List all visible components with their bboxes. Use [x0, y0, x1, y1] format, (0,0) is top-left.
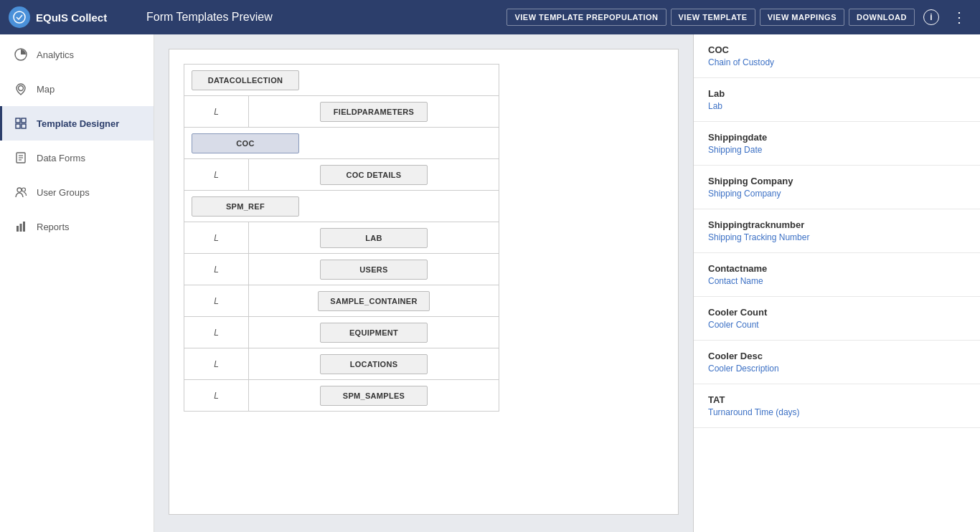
table-row: L LAB	[184, 222, 528, 254]
page-title: Form Templates Preview	[132, 11, 498, 24]
svg-rect-14	[20, 224, 22, 232]
view-mappings-button[interactable]: VIEW MAPPINGS	[760, 9, 844, 26]
right-panel-item[interactable]: Shipping CompanyShipping Company	[694, 166, 980, 209]
svg-rect-5	[16, 124, 20, 128]
main-layout: Analytics Map Template Designer	[0, 34, 980, 532]
right-item-value: Contact Name	[708, 276, 966, 286]
right-item-key: Contactname	[708, 263, 966, 274]
sidebar: Analytics Map Template Designer	[0, 34, 154, 532]
right-item-key: Cooler Desc	[708, 351, 966, 361]
content-area: DATACOLLECTION L FIELDPARAMETERS	[154, 34, 980, 532]
node-coc-details[interactable]: COC DETAILS	[320, 165, 428, 185]
right-item-key: Shippingdate	[708, 132, 966, 143]
table-row: L USERS	[184, 254, 528, 285]
right-panel-item[interactable]: Cooler CountCooler Count	[694, 297, 980, 341]
right-panel-item[interactable]: COCChain of Custody	[694, 34, 980, 78]
table-row: DATACOLLECTION	[184, 65, 528, 96]
right-item-key: Shippingtracknumber	[708, 219, 966, 230]
app-logo: EQuIS Collect	[9, 6, 123, 28]
right-item-key: Lab	[708, 88, 966, 99]
right-item-key: Cooler Count	[708, 307, 966, 318]
view-prepopulation-button[interactable]: VIEW TEMPLATE PREPOPULATION	[507, 9, 666, 26]
svg-point-2	[19, 86, 24, 91]
right-item-value: Cooler Count	[708, 320, 966, 330]
app-name: EQuIS Collect	[36, 11, 107, 24]
right-item-value: Shipping Tracking Number	[708, 232, 966, 242]
sidebar-item-template-designer[interactable]: Template Designer	[0, 106, 154, 141]
svg-rect-6	[22, 124, 26, 128]
table-row: L SPM_SAMPLES	[184, 380, 528, 412]
right-item-key: TAT	[708, 394, 966, 405]
table-row: L LOCATIONS	[184, 348, 528, 380]
download-button[interactable]: DOWNLOAD	[849, 9, 915, 26]
info-button[interactable]: i	[919, 6, 943, 28]
node-lab[interactable]: LAB	[320, 228, 428, 248]
canvas-inner: DATACOLLECTION L FIELDPARAMETERS	[169, 49, 679, 515]
template-tree-table: DATACOLLECTION L FIELDPARAMETERS	[184, 64, 528, 412]
node-equipment[interactable]: EQUIPMENT	[320, 323, 428, 343]
table-row: L COC DETAILS	[184, 159, 528, 191]
user-groups-icon	[14, 185, 28, 199]
right-item-key: COC	[708, 44, 966, 55]
node-fieldparameters[interactable]: FIELDPARAMETERS	[320, 102, 428, 122]
sidebar-item-reports[interactable]: Reports	[0, 209, 154, 244]
node-coc[interactable]: COC	[192, 133, 299, 153]
svg-rect-15	[23, 222, 25, 232]
node-sample-container[interactable]: SAMPLE_CONTAINER	[318, 291, 429, 311]
table-row: L FIELDPARAMETERS	[184, 96, 528, 128]
info-icon: i	[923, 9, 939, 25]
right-panel-item[interactable]: LabLab	[694, 78, 980, 122]
top-header: EQuIS Collect Form Templates Preview VIE…	[0, 0, 980, 34]
more-icon: ⋮	[952, 9, 967, 26]
node-datacollection[interactable]: DATACOLLECTION	[192, 70, 299, 90]
right-panel: COCChain of CustodyLabLabShippingdateShi…	[693, 34, 980, 532]
template-designer-icon	[14, 116, 28, 130]
svg-rect-4	[22, 118, 26, 123]
data-forms-icon	[14, 151, 28, 165]
right-item-value: Turnaround Time (days)	[708, 407, 966, 417]
sidebar-item-data-forms[interactable]: Data Forms	[0, 141, 154, 175]
right-panel-item[interactable]: ShippingtracknumberShipping Tracking Num…	[694, 209, 980, 253]
node-locations[interactable]: LOCATIONS	[320, 354, 428, 374]
right-panel-item[interactable]: ContactnameContact Name	[694, 253, 980, 297]
node-spm-samples[interactable]: SPM_SAMPLES	[320, 386, 428, 406]
right-panel-item[interactable]: TATTurnaround Time (days)	[694, 384, 980, 428]
svg-rect-13	[17, 226, 19, 232]
template-canvas[interactable]: DATACOLLECTION L FIELDPARAMETERS	[154, 34, 693, 532]
table-row: SPM_REF	[184, 191, 528, 222]
app-logo-icon	[9, 6, 30, 28]
right-item-value: Chain of Custody	[708, 57, 966, 67]
right-item-key: Shipping Company	[708, 176, 966, 186]
more-menu-button[interactable]: ⋮	[948, 6, 971, 29]
sidebar-item-map[interactable]: Map	[0, 72, 154, 106]
table-row: COC	[184, 128, 528, 159]
right-panel-item[interactable]: Cooler DescCooler Description	[694, 341, 980, 384]
map-icon	[14, 82, 28, 96]
sidebar-label-data-forms: Data Forms	[37, 153, 85, 163]
svg-point-12	[22, 188, 26, 191]
sidebar-label-analytics: Analytics	[37, 49, 74, 60]
sidebar-label-map: Map	[37, 84, 55, 95]
table-row: L EQUIPMENT	[184, 317, 528, 348]
reports-icon	[14, 219, 28, 234]
right-item-value: Lab	[708, 101, 966, 111]
view-template-button[interactable]: VIEW TEMPLATE	[671, 9, 755, 26]
right-item-value: Shipping Date	[708, 145, 966, 155]
sidebar-item-user-groups[interactable]: User Groups	[0, 175, 154, 209]
svg-point-0	[14, 11, 25, 23]
node-users[interactable]: USERS	[320, 260, 428, 280]
right-panel-item[interactable]: ShippingdateShipping Date	[694, 122, 980, 166]
sidebar-item-analytics[interactable]: Analytics	[0, 37, 154, 72]
header-actions: VIEW TEMPLATE PREPOPULATION VIEW TEMPLAT…	[507, 6, 971, 29]
right-item-value: Shipping Company	[708, 189, 966, 199]
sidebar-label-template-designer: Template Designer	[37, 118, 119, 129]
right-item-value: Cooler Description	[708, 364, 966, 374]
svg-rect-3	[16, 118, 20, 123]
svg-point-11	[17, 188, 22, 192]
sidebar-label-user-groups: User Groups	[37, 187, 90, 198]
node-spm-ref[interactable]: SPM_REF	[192, 196, 299, 217]
table-row: L SAMPLE_CONTAINER	[184, 285, 528, 317]
sidebar-label-reports: Reports	[37, 222, 70, 232]
analytics-icon	[14, 47, 28, 62]
